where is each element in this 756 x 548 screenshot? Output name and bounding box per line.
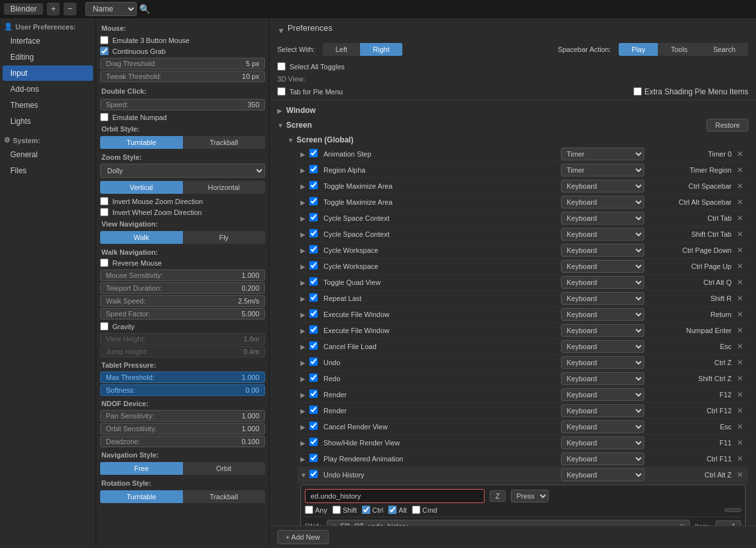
kb-expand-arrow[interactable]: ▶ bbox=[300, 199, 309, 206]
spacebar-play-btn[interactable]: Play bbox=[619, 43, 658, 56]
ctrl-checkbox[interactable] bbox=[362, 506, 370, 514]
kb-expand-arrow[interactable]: ▶ bbox=[300, 231, 309, 238]
zoom-horizontal-btn[interactable]: Horizontal bbox=[183, 181, 266, 194]
screen-global-row[interactable]: ▼ Screen (Global) bbox=[288, 133, 748, 146]
kb-device-select[interactable]: Keyboard bbox=[561, 244, 644, 257]
zoom-style-select[interactable]: Dolly bbox=[100, 164, 265, 178]
select-right-btn[interactable]: Right bbox=[360, 43, 402, 56]
kb-del[interactable]: ✕ bbox=[734, 342, 746, 351]
remove-workspace-btn[interactable]: − bbox=[64, 3, 76, 15]
expanded-input[interactable] bbox=[305, 489, 485, 503]
view-walk-btn[interactable]: Walk bbox=[100, 231, 183, 244]
kb-checkbox[interactable] bbox=[309, 197, 318, 205]
orbit-trackball-btn[interactable]: Trackball bbox=[183, 136, 266, 149]
alt-checkbox[interactable] bbox=[388, 506, 397, 514]
kb-del[interactable]: ✕ bbox=[734, 422, 746, 431]
sidebar-item-lights[interactable]: Lights bbox=[3, 114, 93, 129]
kb-checkbox[interactable] bbox=[309, 341, 318, 350]
kb-checkbox[interactable] bbox=[309, 422, 318, 430]
kb-del[interactable]: ✕ bbox=[734, 262, 746, 271]
kb-checkbox[interactable] bbox=[309, 229, 318, 237]
kb-del[interactable]: ✕ bbox=[734, 406, 746, 415]
sidebar-item-general[interactable]: General bbox=[3, 147, 93, 162]
kb-checkbox[interactable] bbox=[309, 406, 318, 414]
select-left-btn[interactable]: Left bbox=[323, 43, 360, 56]
rot-turntable-btn[interactable]: Turntable bbox=[100, 490, 183, 503]
kb-device-select[interactable]: Keyboard bbox=[561, 372, 644, 385]
gravity-checkbox[interactable] bbox=[100, 322, 108, 330]
kb-del[interactable]: ✕ bbox=[734, 182, 746, 191]
kb-expand-arrow[interactable]: ▶ bbox=[300, 247, 309, 254]
kb-del[interactable]: ✕ bbox=[734, 230, 746, 239]
sidebar-item-input[interactable]: Input bbox=[3, 65, 93, 81]
kb-checkbox[interactable] bbox=[309, 181, 318, 189]
spacebar-tools-btn[interactable]: Tools bbox=[658, 43, 700, 56]
kb-expand-arrow[interactable]: ▶ bbox=[300, 183, 309, 190]
nav-orbit-btn[interactable]: Orbit bbox=[183, 462, 266, 475]
kb-expand-arrow[interactable]: ▶ bbox=[300, 440, 309, 447]
kb-del[interactable]: ✕ bbox=[734, 470, 746, 479]
kb-expand-arrow[interactable]: ▶ bbox=[300, 311, 309, 318]
kb-checkbox[interactable] bbox=[309, 277, 318, 286]
kb-del[interactable]: ✕ bbox=[734, 246, 746, 255]
select-all-toggles-checkbox[interactable] bbox=[277, 62, 286, 71]
kb-checkbox[interactable] bbox=[309, 309, 318, 318]
kb-device-select[interactable]: Keyboard bbox=[561, 308, 644, 321]
kb-del[interactable]: ✕ bbox=[734, 454, 746, 463]
key-field[interactable]: Z bbox=[490, 490, 506, 502]
kb-checkbox[interactable] bbox=[309, 325, 318, 334]
kb-expand-arrow[interactable]: ▶ bbox=[300, 215, 309, 222]
kb-del[interactable]: ✕ bbox=[734, 374, 746, 383]
kb-del[interactable]: ✕ bbox=[734, 358, 746, 367]
kb-expand-arrow[interactable]: ▶ bbox=[300, 263, 309, 270]
kb-del[interactable]: ✕ bbox=[734, 438, 746, 447]
continuous-grab-checkbox[interactable] bbox=[100, 47, 108, 55]
kb-device-select[interactable]: Keyboard bbox=[561, 276, 644, 289]
kb-expand-arrow[interactable]: ▶ bbox=[300, 343, 309, 350]
kb-expand-arrow[interactable]: ▼ bbox=[300, 472, 309, 479]
search-icon[interactable]: 🔍 bbox=[139, 4, 150, 14]
view-fly-btn[interactable]: Fly bbox=[183, 231, 266, 244]
extra-shading-checkbox[interactable] bbox=[633, 87, 642, 96]
any-checkbox[interactable] bbox=[305, 506, 313, 514]
kb-expand-arrow[interactable]: ▶ bbox=[300, 391, 309, 398]
kb-del[interactable]: ✕ bbox=[734, 294, 746, 303]
kb-expand-arrow[interactable]: ▶ bbox=[300, 151, 309, 158]
kb-expand-arrow[interactable]: ▶ bbox=[300, 424, 309, 431]
kb-del[interactable]: ✕ bbox=[734, 214, 746, 223]
kb-expand-arrow[interactable]: ▶ bbox=[300, 327, 309, 334]
screen-section-row[interactable]: ▼ Screen Restore bbox=[277, 117, 748, 133]
press-select[interactable]: Press bbox=[511, 490, 549, 502]
sidebar-item-addons[interactable]: Add-ons bbox=[3, 81, 93, 97]
kb-checkbox[interactable] bbox=[309, 213, 318, 221]
reverse-mouse-checkbox[interactable] bbox=[100, 259, 108, 267]
kb-del[interactable]: ✕ bbox=[734, 390, 746, 399]
kb-checkbox[interactable] bbox=[309, 438, 318, 446]
kb-device-select[interactable]: Keyboard bbox=[561, 436, 644, 449]
kb-expand-arrow[interactable]: ▶ bbox=[300, 295, 309, 302]
invert-mouse-zoom-checkbox[interactable] bbox=[100, 197, 108, 205]
nav-free-btn[interactable]: Free bbox=[100, 462, 183, 475]
emulate-3btn-checkbox[interactable] bbox=[100, 36, 108, 44]
kb-expand-arrow[interactable]: ▶ bbox=[300, 407, 309, 415]
kb-del[interactable]: ✕ bbox=[734, 166, 746, 175]
tab-pie-checkbox[interactable] bbox=[277, 87, 286, 96]
shift-checkbox[interactable] bbox=[332, 506, 341, 514]
kb-device-select[interactable]: Keyboard bbox=[561, 356, 644, 369]
kb-checkbox[interactable] bbox=[309, 293, 318, 302]
kb-expand-arrow[interactable]: ▶ bbox=[300, 456, 309, 463]
name-select[interactable]: Name bbox=[85, 2, 137, 16]
add-workspace-btn[interactable]: + bbox=[47, 3, 60, 15]
kb-device-select[interactable]: Keyboard bbox=[561, 468, 644, 481]
kb-device-select[interactable]: Timer bbox=[561, 164, 644, 176]
add-new-btn[interactable]: + Add New bbox=[277, 530, 329, 544]
kb-checkbox[interactable] bbox=[309, 390, 318, 398]
kb-checkbox[interactable] bbox=[309, 454, 318, 462]
kb-checkbox[interactable] bbox=[309, 149, 318, 157]
orbit-turntable-btn[interactable]: Turntable bbox=[100, 136, 183, 149]
kb-device-select[interactable]: Keyboard bbox=[561, 260, 644, 273]
rot-trackball-btn[interactable]: Trackball bbox=[183, 490, 266, 503]
kb-del[interactable]: ✕ bbox=[734, 198, 746, 207]
kb-del[interactable]: ✕ bbox=[734, 310, 746, 319]
kb-device-select[interactable]: Keyboard bbox=[561, 420, 644, 433]
